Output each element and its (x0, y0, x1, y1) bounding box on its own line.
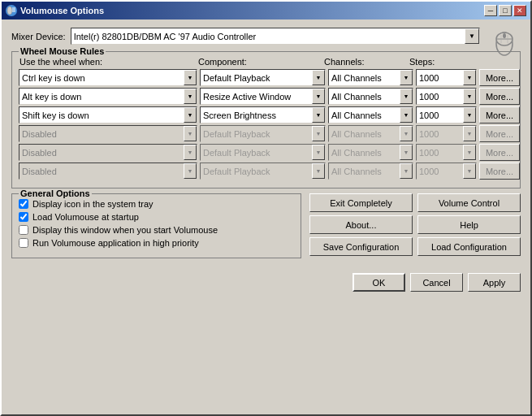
channels-select-5[interactable]: All Channels (328, 144, 413, 161)
channels-select-6[interactable]: All Channels (328, 162, 413, 180)
checkbox-high-priority[interactable] (19, 238, 28, 248)
more-button-2[interactable]: More... (479, 88, 520, 105)
use-when-select-2[interactable]: Alt key is down (19, 88, 197, 105)
rule-row-6: Disabled ▼ Default Playback ▼ All Channe… (19, 162, 513, 180)
steps-select-wrap-3: 1000 ▼ (416, 106, 477, 124)
title-bar: Volumouse Options ─ □ ✕ (2, 2, 530, 20)
btn-row-3: Save Configuration Load Configuration (309, 237, 521, 256)
steps-select-6[interactable]: 1000 (416, 162, 477, 180)
header-component: Component: (198, 57, 324, 67)
ok-button[interactable]: OK (353, 273, 405, 292)
header-channels: Channels: (324, 57, 409, 67)
channels-select-wrap-1: All Channels ▼ (328, 69, 413, 86)
window-title: Volumouse Options (20, 6, 104, 15)
checkbox-display-window[interactable] (19, 225, 28, 235)
mixer-device-select[interactable]: Intel(r) 82801DB/DBM AC '97 Audio Contro… (71, 28, 480, 45)
steps-select-1[interactable]: 1000 (416, 69, 477, 86)
steps-select-5[interactable]: 1000 (416, 144, 477, 161)
component-select-wrap-2: Resize Active Window ▼ (200, 88, 326, 105)
more-button-1[interactable]: More... (479, 69, 520, 86)
load-config-button[interactable]: Load Configuration (417, 237, 521, 256)
component-select-4[interactable]: Default Playback (200, 125, 326, 142)
footer-bar: OK Cancel Apply (2, 266, 530, 297)
rule-row-2: Alt key is down ▼ Resize Active Window ▼… (19, 88, 513, 105)
rule-row-3: Shift key is down ▼ Screen Brightness ▼ … (19, 106, 513, 124)
channels-select-wrap-4: All Channels ▼ (328, 125, 413, 142)
channels-select-2[interactable]: All Channels (328, 88, 413, 105)
more-button-3[interactable]: More... (479, 106, 520, 124)
header-steps: Steps: (409, 57, 470, 67)
apply-button[interactable]: Apply (468, 273, 521, 292)
btn-row-1: Exit Completely Volume Control (309, 193, 521, 212)
checkbox-row-2: Load Volumouse at startup (19, 212, 294, 222)
more-button-5[interactable]: More... (479, 144, 520, 161)
checkbox-high-priority-label: Run Volumouse application in high priori… (32, 238, 199, 248)
component-select-wrap-4: Default Playback ▼ (200, 125, 326, 142)
use-when-select-5[interactable]: Disabled (19, 144, 197, 161)
component-select-wrap-6: Default Playback ▼ (200, 162, 326, 180)
component-select-2[interactable]: Resize Active Window (200, 88, 326, 105)
checkbox-load-startup[interactable] (19, 212, 28, 222)
use-when-select-6[interactable]: Disabled (19, 162, 197, 180)
component-select-wrap-3: Screen Brightness ▼ (200, 106, 326, 124)
steps-select-wrap-5: 1000 ▼ (416, 144, 477, 161)
wheel-rules-section: Wheel Mouse Rules Use the wheel when: Co… (11, 51, 521, 188)
use-when-select-wrap-5: Disabled ▼ (19, 144, 197, 161)
checkbox-row-4: Run Volumouse application in high priori… (19, 238, 294, 248)
use-when-select-4[interactable]: Disabled (19, 125, 197, 142)
wheel-rules-label: Wheel Mouse Rules (19, 46, 106, 56)
component-select-wrap-5: Default Playback ▼ (200, 144, 326, 161)
steps-select-4[interactable]: 1000 (416, 125, 477, 142)
use-when-select-wrap-6: Disabled ▼ (19, 162, 197, 180)
minimize-button[interactable]: ─ (484, 5, 497, 16)
btn-row-2: About... Help (309, 215, 521, 234)
steps-select-2[interactable]: 1000 (416, 88, 477, 105)
steps-select-wrap-4: 1000 ▼ (416, 125, 477, 142)
help-button[interactable]: Help (417, 215, 521, 234)
component-select-5[interactable]: Default Playback (200, 144, 326, 161)
rules-headers: Use the wheel when: Component: Channels:… (19, 57, 513, 67)
header-use-when: Use the wheel when: (19, 57, 198, 67)
main-window: Volumouse Options ─ □ ✕ Mixer Device: In… (0, 0, 532, 416)
bottom-section: General Options Display icon in the syst… (11, 193, 521, 258)
checkbox-row-3: Display this window when you start Volum… (19, 225, 294, 235)
checkbox-display-icon[interactable] (19, 199, 28, 209)
component-select-1[interactable]: Default Playback (200, 69, 326, 86)
use-when-select-1[interactable]: Ctrl key is down (19, 69, 197, 86)
more-button-6[interactable]: More... (479, 162, 520, 180)
component-select-3[interactable]: Screen Brightness (200, 106, 326, 124)
channels-select-wrap-5: All Channels ▼ (328, 144, 413, 161)
save-config-button[interactable]: Save Configuration (309, 237, 413, 256)
cancel-button[interactable]: Cancel (410, 273, 463, 292)
title-controls: ─ □ ✕ (484, 5, 526, 16)
channels-select-3[interactable]: All Channels (328, 106, 413, 124)
general-options-label: General Options (19, 188, 92, 198)
svg-point-0 (7, 6, 12, 15)
more-button-4[interactable]: More... (479, 125, 520, 142)
channels-select-1[interactable]: All Channels (328, 69, 413, 86)
mixer-row: Mixer Device: Intel(r) 82801DB/DBM AC '9… (11, 28, 521, 45)
checkbox-display-window-label: Display this window when you start Volum… (32, 225, 218, 235)
title-bar-left: Volumouse Options (6, 5, 104, 16)
checkbox-load-startup-label: Load Volumouse at startup (32, 212, 139, 222)
steps-select-wrap-6: 1000 ▼ (416, 162, 477, 180)
use-when-select-3[interactable]: Shift key is down (19, 106, 197, 124)
dialog-content: Mixer Device: Intel(r) 82801DB/DBM AC '9… (2, 20, 530, 266)
component-select-6[interactable]: Default Playback (200, 162, 326, 180)
use-when-select-wrap-1: Ctrl key is down ▼ (19, 69, 197, 86)
channels-select-4[interactable]: All Channels (328, 125, 413, 142)
exit-completely-button[interactable]: Exit Completely (309, 193, 413, 212)
app-icon (6, 5, 17, 16)
mixer-label: Mixer Device: (11, 32, 66, 41)
steps-select-wrap-2: 1000 ▼ (416, 88, 477, 105)
close-button[interactable]: ✕ (513, 5, 526, 16)
steps-select-3[interactable]: 1000 (416, 106, 477, 124)
action-buttons-panel: Exit Completely Volume Control About... … (309, 193, 521, 258)
channels-select-wrap-6: All Channels ▼ (328, 162, 413, 180)
maximize-button[interactable]: □ (499, 5, 512, 16)
rule-row-1: Ctrl key is down ▼ Default Playback ▼ Al… (19, 69, 513, 86)
about-button[interactable]: About... (309, 215, 413, 234)
rule-row-4: Disabled ▼ Default Playback ▼ All Channe… (19, 125, 513, 142)
volume-control-button[interactable]: Volume Control (417, 193, 521, 212)
header-more (470, 57, 511, 67)
